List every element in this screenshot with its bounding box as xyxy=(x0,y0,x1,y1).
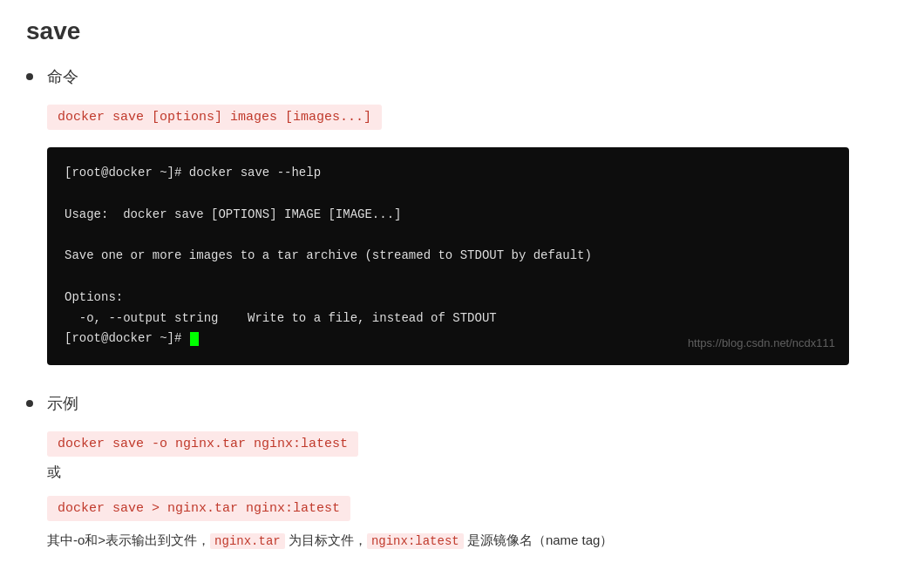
description-prefix: 其中-o和>表示输出到文件， xyxy=(47,532,210,547)
terminal-line-5: Save one or more images to a tar archive… xyxy=(65,246,832,267)
example-label: 示例 xyxy=(47,393,78,414)
terminal-line-1: [root@docker ~]# docker save --help xyxy=(65,163,832,184)
example-code-1: docker save -o nginx.tar nginx:latest xyxy=(47,431,358,457)
terminal-line-6 xyxy=(65,267,832,288)
or-text: 或 xyxy=(47,464,898,482)
bullet-dot-command xyxy=(26,73,33,80)
command-section: 命令 docker save [options] images [images.… xyxy=(26,66,898,130)
terminal-cursor xyxy=(190,332,199,346)
terminal-line-2 xyxy=(65,184,832,205)
bullet-dot-example xyxy=(26,400,33,407)
command-bullet: 命令 xyxy=(26,66,898,87)
terminal-prompt-text: [root@docker ~]# xyxy=(65,331,189,345)
description-line: 其中-o和>表示输出到文件，nginx.tar 为目标文件，nginx:late… xyxy=(47,528,898,552)
terminal-line-8: -o, --output string Write to a file, ins… xyxy=(65,308,832,329)
command-label: 命令 xyxy=(47,66,78,87)
example-code-2: docker save > nginx.tar nginx:latest xyxy=(47,496,350,521)
example-bullet: 示例 xyxy=(26,393,898,414)
terminal-watermark: https://blog.csdn.net/ncdx111 xyxy=(688,334,835,353)
terminal-line-4 xyxy=(65,225,832,246)
example-section: 示例 docker save -o nginx.tar nginx:latest… xyxy=(26,393,898,552)
terminal-line-7: Options: xyxy=(65,288,832,308)
description-mid: 为目标文件， xyxy=(285,532,367,547)
nginx-latest-highlight: nginx:latest xyxy=(367,533,464,549)
description-suffix: 是源镜像名（name tag） xyxy=(464,532,614,547)
terminal-block: [root@docker ~]# docker save --help Usag… xyxy=(47,147,849,365)
terminal-line-3: Usage: docker save [OPTIONS] IMAGE [IMAG… xyxy=(65,205,832,226)
command-code: docker save [options] images [images...] xyxy=(47,105,382,130)
page-title: save xyxy=(26,17,898,45)
nginx-tar-highlight: nginx.tar xyxy=(210,533,285,549)
